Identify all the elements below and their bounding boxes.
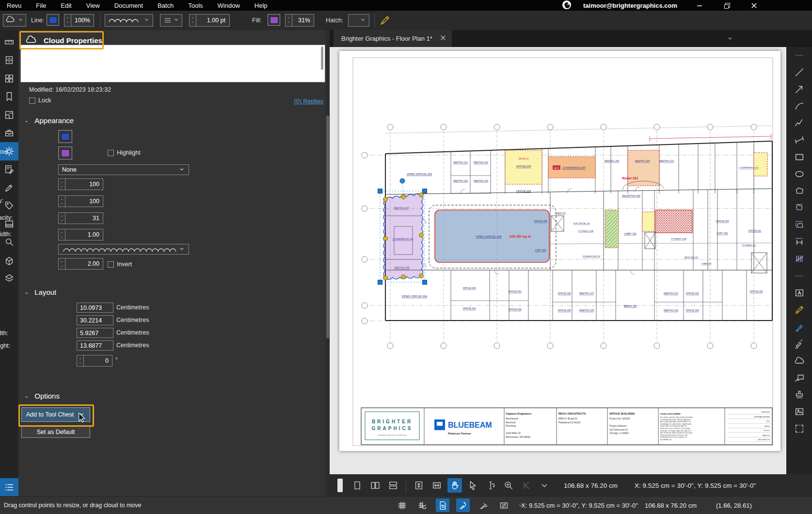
linestyle-pattern-dropdown[interactable] — [160, 14, 182, 27]
resize-handle[interactable] — [378, 280, 382, 285]
diameter-measure-icon[interactable] — [792, 236, 807, 248]
perimeter-measure-icon[interactable] — [792, 202, 807, 214]
opacity-stepper[interactable]: ⌃⌄100 — [58, 195, 103, 207]
close-button[interactable] — [750, 1, 758, 9]
comment-input[interactable] — [20, 45, 325, 82]
fill-color-swatch[interactable] — [268, 14, 280, 26]
callout-tool-icon[interactable] — [792, 371, 807, 384]
fit-page-icon[interactable] — [412, 478, 426, 493]
line-color-swatch[interactable] — [47, 14, 59, 26]
line-opacity-stepper[interactable]: ⌃⌄ 100% — [64, 14, 94, 27]
cloud-markup-tool-icon[interactable] — [792, 354, 807, 367]
document-width-input[interactable]: 5.9267 — [77, 328, 113, 338]
snap-to-grid-icon[interactable] — [415, 498, 429, 512]
menu-window[interactable]: Window — [218, 2, 240, 9]
highlight-checkbox[interactable] — [108, 150, 114, 156]
cloud-tool-button[interactable] — [3, 14, 26, 27]
control-point-handle[interactable] — [383, 197, 388, 202]
lineweight-stepper[interactable]: ⌃⌄ 1.00 pt — [189, 14, 230, 27]
style-select[interactable] — [58, 244, 189, 255]
view-options-chevron-icon[interactable] — [537, 478, 552, 493]
menu-document[interactable]: Document — [114, 2, 143, 9]
comment-scrollbar[interactable] — [321, 47, 323, 70]
previous-view-icon[interactable] — [519, 478, 534, 493]
ink-tool-icon[interactable] — [477, 498, 490, 512]
control-point-handle[interactable] — [419, 274, 424, 278]
menu-batch[interactable]: Batch — [158, 2, 174, 9]
menu-view[interactable]: View — [86, 2, 100, 9]
grid-toggle-icon[interactable] — [395, 498, 409, 512]
line-tool-icon[interactable] — [792, 66, 807, 79]
control-point-handle[interactable] — [419, 233, 424, 238]
polyline-tool-icon[interactable] — [792, 117, 807, 129]
minimize-button[interactable] — [696, 1, 703, 9]
squiggly-tool-icon[interactable] — [792, 337, 807, 350]
anchor-handle[interactable] — [400, 178, 405, 183]
close-tab-icon[interactable] — [440, 35, 446, 42]
facing-pages-view-icon[interactable] — [368, 478, 382, 493]
ellipse-tool-icon[interactable] — [792, 168, 807, 180]
fit-width-icon[interactable] — [430, 478, 444, 493]
bookmarks-panel-icon[interactable] — [0, 88, 18, 106]
count-measure-icon[interactable] — [792, 253, 807, 265]
invert-checkbox[interactable] — [108, 261, 114, 268]
resize-handle[interactable] — [378, 189, 382, 193]
fill-opacity-stepper[interactable]: ⌃⌄ 31% — [285, 14, 314, 27]
menu-help[interactable]: Help — [255, 2, 268, 9]
floorplan-svg[interactable]: OPEN OFFICE 203MEETING 201MEETING 202MEE… — [339, 51, 780, 451]
rotation-stepper[interactable]: ⌃⌄0 — [77, 355, 112, 367]
continuous-view-icon[interactable] — [386, 478, 400, 493]
y-input[interactable]: 30.2214 — [77, 315, 113, 325]
account-email[interactable]: taimoor@brightergraphics.com — [583, 2, 677, 9]
fill-colour-swatch[interactable] — [58, 146, 72, 160]
document-height-input[interactable]: 13.6877 — [77, 340, 113, 351]
horizontal-scrollbar-thumb[interactable] — [337, 479, 343, 492]
image-tool-icon[interactable] — [792, 405, 807, 418]
format-painter-icon[interactable] — [379, 14, 391, 27]
control-point-handle[interactable] — [401, 195, 406, 199]
select-tool-icon[interactable] — [465, 478, 480, 493]
size-stepper[interactable]: ⌃⌄2.00 — [58, 258, 103, 270]
zoom-tool-icon[interactable] — [501, 478, 516, 493]
menu-tools[interactable]: Tools — [188, 2, 203, 9]
spaces-panel-icon[interactable] — [0, 106, 18, 124]
markup-reuse-icon[interactable] — [456, 498, 470, 512]
thumbnails-panel-icon[interactable] — [0, 69, 18, 88]
polygon-tool-icon[interactable] — [792, 185, 807, 197]
restore-button[interactable] — [723, 1, 731, 9]
scale-stepper[interactable]: ⌃⌄100 — [58, 178, 103, 190]
area-measure-icon[interactable] — [792, 219, 807, 231]
menu-revu[interactable]: Revu — [7, 2, 21, 9]
sets-panel-icon[interactable] — [0, 270, 18, 288]
options-section-header[interactable]: ⌄ Options — [24, 392, 60, 400]
length-measure-icon[interactable] — [792, 134, 807, 146]
pen-tool-icon[interactable] — [792, 321, 807, 333]
tools-drag-handle-icon[interactable] — [792, 49, 807, 62]
stamp-tool-icon[interactable] — [792, 388, 807, 401]
measurements-panel-icon[interactable] — [0, 33, 18, 51]
colour-swatch[interactable] — [58, 130, 72, 143]
drawing-canvas[interactable]: OPEN OFFICE 203MEETING 201MEETING 202MEE… — [330, 47, 786, 474]
fill-opacity-stepper[interactable]: ⌃⌄31 — [58, 212, 103, 224]
resize-handle[interactable] — [423, 189, 427, 193]
select-text-icon[interactable] — [483, 478, 498, 493]
document-tab[interactable]: Brighter Graphics - Floor Plan 1* — [334, 30, 452, 47]
layout-section-header[interactable]: ⌄ Layout — [24, 288, 56, 296]
menu-edit[interactable]: Edit — [61, 2, 71, 9]
line-width-stepper[interactable]: ⌃⌄1.00 — [58, 229, 103, 241]
control-point-handle[interactable] — [419, 193, 424, 197]
panel-scrollbar[interactable] — [326, 30, 330, 497]
control-point-handle[interactable] — [383, 237, 388, 241]
snapshot-tool-icon[interactable] — [792, 422, 807, 435]
drawing-page[interactable]: OPEN OFFICE 203MEETING 201MEETING 202MEE… — [339, 51, 780, 451]
appearance-section-header[interactable]: ⌄ Appearance — [24, 116, 74, 125]
text-box-tool-icon[interactable] — [792, 287, 807, 299]
markups-list-icon[interactable] — [0, 478, 18, 497]
arrow-tool-icon[interactable] — [792, 83, 807, 96]
x-input[interactable]: 10.0973 — [77, 303, 113, 313]
replies-link[interactable]: (0) Replies — [294, 98, 323, 105]
pan-tool-icon[interactable] — [447, 478, 462, 493]
resize-handle[interactable] — [423, 280, 427, 285]
rectangle-tool-icon[interactable] — [792, 151, 807, 163]
lock-checkbox[interactable] — [29, 97, 35, 104]
